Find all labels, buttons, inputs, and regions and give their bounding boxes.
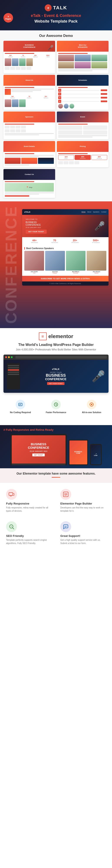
demo-card-schedules[interactable]: Schedules 25 10 15	[57, 75, 109, 110]
schedule-row-4: 23	[58, 100, 107, 103]
demo-contact-bar	[5, 181, 34, 182]
feature-seo: SEO Friendly Template perfectly supports…	[3, 519, 54, 548]
speaker-img-2	[45, 251, 65, 271]
feature-support: Great Support! Get a high quality suppor…	[58, 519, 109, 548]
demo-speakers-content	[57, 52, 109, 73]
allinone-label: All-in-one Solution	[76, 411, 108, 414]
demo-schedules-bar	[58, 87, 88, 88]
demo-speakers-line1	[58, 69, 107, 70]
logo-letter: e	[48, 6, 49, 9]
hero-main-title: BUSINESS CONFERENCE	[26, 221, 92, 226]
browser-dot-yellow	[8, 356, 10, 358]
browser-cta: GET YOUR TICKET	[47, 382, 64, 385]
demo-card-home[interactable]: BUSINESSCONFERENCE 🎤 44+ Speakers 70 Ses…	[3, 41, 55, 73]
demo-speakers-line2	[58, 70, 92, 71]
demo-person-1	[5, 58, 11, 66]
demo-event-text: Event	[79, 115, 86, 119]
price-box-1: $29 BASIC	[58, 155, 74, 160]
svg-rect-4	[9, 493, 13, 495]
sponsor-line2	[5, 134, 39, 135]
full-home-page: eTALK Home About Speakers Contact WELCOM…	[22, 209, 109, 286]
feature-performance: Faster Performance	[39, 397, 73, 416]
laptop-conf-date: 25-30 JANUARY 2023	[28, 450, 49, 452]
about-text-lines	[11, 89, 54, 95]
laptop-screen: BUSINESSCONFERENCE 25-30 JANUARY 2023 GE…	[12, 435, 65, 464]
demo-card-pricing[interactable]: Pricing $29 BASIC $59 STANDARD $99 PREMI…	[57, 141, 109, 167]
schedule-row-2: 10	[58, 92, 107, 95]
event-card-row	[58, 125, 107, 130]
hero-cta-button[interactable]: GET YOUR TICKET	[26, 229, 47, 234]
demo-sponsors-bar	[5, 124, 34, 125]
event-details-line2	[5, 156, 39, 157]
hero-logo: e TALK	[3, 4, 109, 11]
logo-brand: TALK	[53, 5, 67, 11]
event-details-line3	[5, 165, 29, 165]
browser-body: eTALK MORE THAN BUSINESS CONFERENCE GET …	[3, 360, 109, 393]
sponsor-logo-4	[21, 67, 26, 70]
feature-allinone: All-in-one Solution	[75, 397, 109, 416]
sidebar-item-2	[8, 367, 19, 369]
demo-card-home-text: BUSINESSCONFERENCE	[22, 43, 36, 50]
elementor-feature-icon	[60, 489, 71, 500]
demo-card-event-details[interactable]: Event Details	[3, 141, 55, 167]
demo-card-about[interactable]: About Us 44+ Speakers	[3, 75, 55, 110]
elementor-section: ≡ elementor The World's Leading WordPres…	[0, 328, 112, 425]
browser-logo: eTALK	[23, 368, 88, 370]
demo-pricing-bar	[58, 153, 88, 154]
sidebar-item-1	[8, 365, 19, 366]
demo-about-content: 44+ Speakers 70 Sessions 20+ Sponsors	[3, 86, 55, 109]
nav-home[interactable]: Home	[81, 211, 86, 213]
demo-card-contact[interactable]: Contact Us 📍 Map	[3, 169, 55, 198]
sponsor-logo-2	[10, 67, 15, 70]
elementor-icon: ≡	[39, 333, 47, 340]
responsive-title: # Fully Responsive and Retina Ready	[3, 428, 109, 431]
speaker-prev-5	[75, 62, 90, 68]
demo-card-sponsors[interactable]: Sponsors	[3, 112, 55, 139]
nav-speakers[interactable]: Speakers	[93, 211, 100, 213]
feature-elementor: Elementor Page Builder Developers can fi…	[58, 486, 109, 515]
browser-heading3: CONFERENCE	[23, 377, 88, 381]
nav-about[interactable]: About	[87, 211, 91, 213]
laptop-screen-content: BUSINESSCONFERENCE 25-30 JANUARY 2023 GE…	[28, 442, 49, 456]
demo-sponsors-content	[3, 122, 55, 137]
demo-contact-content: 📍 Map	[3, 180, 55, 198]
responsive-section: # Fully Responsive and Retina Ready BUSI…	[0, 425, 112, 468]
demo-contact-text: Contact Us	[24, 173, 35, 177]
contact-line2	[5, 194, 39, 194]
feature-no-coding: No Coding Required	[3, 397, 37, 416]
full-page-hero-text: WELCOME TO BUSINESS CONFERENCE 25-30 JAN…	[26, 218, 92, 234]
stat-attendees: 500+ ATTENDEES	[92, 239, 100, 243]
elementor-subtitle: Join 4,000,000+ Professionals Who Build …	[3, 348, 109, 351]
hero-mic-icon: 🎤	[94, 221, 105, 231]
about-person-3	[19, 99, 26, 107]
elementor-tagline: The World's Leading WordPress Page Build…	[3, 343, 109, 347]
stat-sponsors: 20+ SPONSORS	[71, 239, 79, 243]
demo-event-details-text: Event Details	[23, 145, 36, 148]
about-stat-1: 44+ Speakers	[5, 96, 21, 98]
demo-card-speakers-preview[interactable]: Meet OurSPEAKERS	[57, 41, 109, 73]
demo-title: Our Awesome Demo	[3, 34, 109, 38]
demo-schedules-header: Schedules	[57, 75, 109, 86]
demo-event-content	[57, 122, 109, 139]
demo-event-details-content	[3, 152, 55, 167]
sidebar-item-4	[8, 374, 19, 375]
browser-dot-green	[11, 356, 12, 358]
demo-sponsors-text: Sponsors	[25, 115, 34, 119]
speaker-prev-4	[58, 62, 74, 68]
hero-section: e TALK 9 Pages eTalk - Event & Conferenc…	[0, 0, 112, 30]
full-page-header: eTALK Home About Speakers Contact	[22, 209, 109, 215]
support-feature-title: Great Support!	[60, 534, 106, 537]
demo-person-4	[26, 58, 33, 66]
demo-sponsors-header: Sponsors	[3, 112, 55, 122]
badge-num: 9	[8, 16, 9, 18]
about-line-2	[11, 90, 41, 91]
nav-contact[interactable]: Contact	[101, 211, 106, 213]
demo-person-3	[19, 58, 26, 66]
laptop-cta: GET TICKET	[32, 454, 45, 456]
demo-card-event[interactable]: Event	[57, 112, 109, 139]
about-line-3	[11, 91, 33, 92]
demo-section: Our Awesome Demo BUSINESSCONFERENCE 🎤 44…	[0, 30, 112, 202]
allinone-icon	[87, 400, 96, 409]
demo-contact-header: Contact Us	[3, 169, 55, 180]
speakers-grid: John Smith CEO Jane Doe Designer Bob Wil…	[24, 251, 106, 274]
